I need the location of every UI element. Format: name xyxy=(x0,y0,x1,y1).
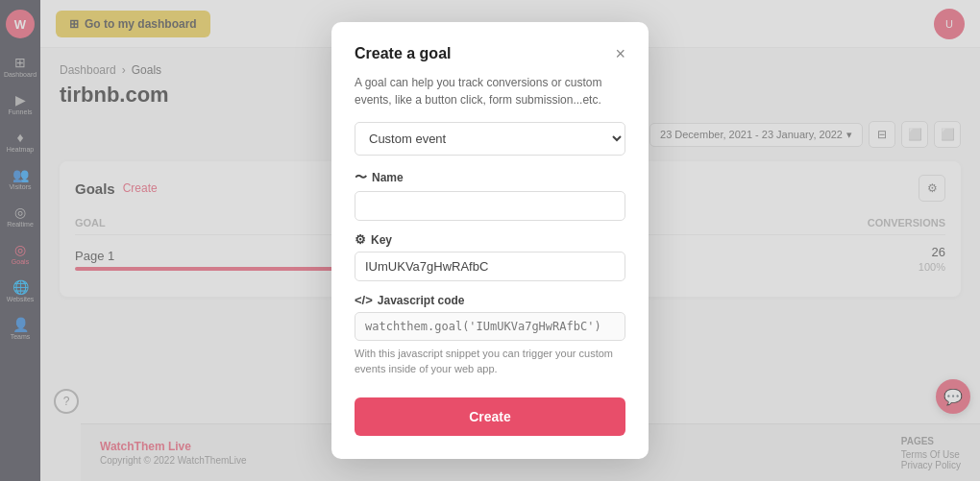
dialog-header: Create a goal × xyxy=(355,45,625,62)
dialog-close-button[interactable]: × xyxy=(615,45,625,62)
js-code-field-group: </> Javascript code With this javascript… xyxy=(355,293,625,376)
name-input[interactable] xyxy=(355,191,625,221)
event-type-select[interactable]: Custom event Page visit xyxy=(355,122,625,156)
dialog-title: Create a goal xyxy=(355,45,451,62)
js-code-label: </> Javascript code xyxy=(355,293,625,307)
js-code-description: With this javascript snippet you can tri… xyxy=(355,347,625,376)
key-label: ⚙ Key xyxy=(355,232,625,247)
js-code-input[interactable] xyxy=(355,312,625,341)
create-goal-button[interactable]: Create xyxy=(355,397,625,436)
js-code-icon: </> xyxy=(355,293,373,307)
create-goal-dialog: Create a goal × A goal can help you trac… xyxy=(331,22,649,459)
name-icon: 〜 xyxy=(355,169,367,186)
key-input[interactable] xyxy=(355,252,625,281)
key-field-group: ⚙ Key xyxy=(355,232,625,281)
modal-overlay: Create a goal × A goal can help you trac… xyxy=(0,0,980,481)
key-icon: ⚙ xyxy=(355,232,366,247)
name-field-group: 〜 Name xyxy=(355,169,625,221)
name-label: 〜 Name xyxy=(355,169,625,186)
dialog-description: A goal can help you track conversions or… xyxy=(355,74,625,108)
